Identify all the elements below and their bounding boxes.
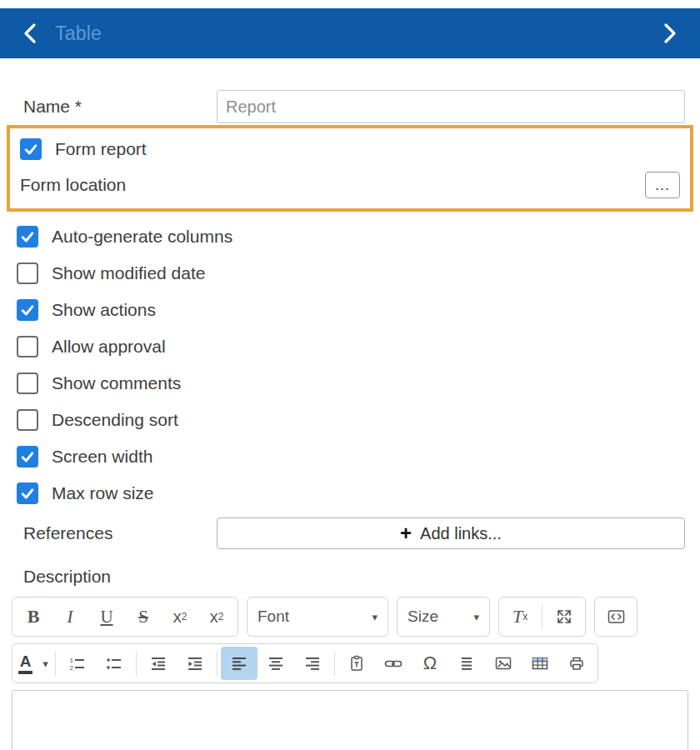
insert-table-button[interactable]	[522, 647, 558, 680]
chevron-right-icon	[662, 22, 678, 44]
forward-button[interactable]	[662, 22, 678, 44]
checkmark-icon	[19, 302, 36, 318]
chevron-down-icon: ▾	[372, 611, 378, 623]
name-input[interactable]	[217, 90, 685, 123]
align-left-icon	[231, 656, 248, 671]
references-row: References + Add links...	[23, 517, 685, 550]
source-code-button[interactable]	[598, 600, 634, 633]
increase-indent-button[interactable]	[177, 647, 213, 680]
print-icon	[568, 655, 585, 672]
checkbox-row-show-comments[interactable]: Show comments	[0, 365, 700, 402]
numbered-list-icon: 1 2	[69, 656, 86, 671]
bold-button[interactable]: B	[15, 600, 52, 633]
form-location-row: Form location ...	[20, 167, 680, 203]
form-location-label: Form location	[20, 175, 645, 195]
svg-text:2: 2	[70, 664, 74, 671]
checkbox-label: Max row size	[52, 483, 154, 503]
print-button[interactable]	[558, 647, 595, 680]
chevron-down-icon: ▾	[42, 658, 48, 670]
separator	[542, 604, 542, 629]
chevron-left-icon	[22, 22, 38, 44]
checkbox-row-screen-width[interactable]: Screen width	[0, 438, 700, 475]
checkbox[interactable]	[17, 372, 38, 394]
checkbox-label: Descending sort	[52, 410, 178, 430]
horizontal-rule-button[interactable]	[448, 647, 485, 680]
checkbox-label: Show comments	[52, 373, 181, 393]
remove-format-button[interactable]: Tx	[502, 600, 538, 633]
size-dropdown[interactable]: Size ▾	[397, 597, 490, 637]
checkbox-label: Allow approval	[52, 337, 166, 357]
checkbox-row-descending-sort[interactable]: Descending sort	[0, 402, 700, 438]
form-report-label: Form report	[55, 139, 147, 159]
checkbox-row-allow-approval[interactable]: Allow approval	[0, 328, 700, 365]
separator	[55, 651, 56, 676]
separator	[136, 651, 137, 676]
horizontal-rule-icon	[458, 656, 475, 671]
panel-title: Table	[55, 22, 102, 45]
paragraph-tools-group: A ▾ 1 2	[12, 643, 598, 683]
text-color-button[interactable]: A ▾	[15, 647, 52, 680]
checkbox[interactable]	[17, 446, 38, 468]
align-center-button[interactable]	[258, 647, 294, 680]
separator	[217, 651, 218, 676]
checkbox[interactable]	[17, 262, 38, 284]
color-swatch	[18, 671, 32, 674]
form-location-browse-button[interactable]: ...	[645, 172, 680, 198]
special-character-button[interactable]: Ω	[412, 647, 448, 680]
chevron-down-icon: ▾	[473, 611, 479, 623]
source-group	[594, 597, 638, 637]
source-code-icon	[608, 609, 625, 624]
link-button[interactable]	[375, 647, 412, 680]
toolbar-row-2: A ▾ 1 2	[12, 643, 688, 683]
checkbox-label: Screen width	[52, 447, 152, 467]
align-center-icon	[268, 656, 284, 671]
options-checkbox-list: Auto-generate columns Show modified date…	[0, 218, 700, 512]
image-icon	[495, 656, 512, 671]
checkbox-row-show-modified-date[interactable]: Show modified date	[0, 255, 700, 292]
align-right-button[interactable]	[294, 647, 331, 680]
checkbox[interactable]	[17, 299, 38, 321]
rich-text-editor: B I U S x2 x2 Font ▾ Size ▾ Tx	[12, 597, 688, 750]
clipboard-icon	[348, 655, 365, 672]
form-report-highlight-box: Form report Form location ...	[7, 125, 693, 212]
svg-text:1: 1	[70, 657, 74, 664]
name-label: Name *	[23, 97, 217, 117]
align-right-icon	[304, 656, 321, 671]
description-editor-body[interactable]	[12, 690, 688, 750]
strikethrough-button[interactable]: S	[125, 600, 162, 633]
align-left-button[interactable]	[221, 647, 258, 680]
subscript-button[interactable]: x2	[162, 600, 198, 633]
add-links-label: Add links...	[420, 524, 502, 543]
font-dropdown[interactable]: Font ▾	[247, 597, 388, 637]
superscript-button[interactable]: x2	[198, 600, 235, 633]
checkbox[interactable]	[17, 409, 38, 431]
format-tools-group: Tx	[498, 597, 586, 637]
link-icon	[384, 655, 402, 672]
form-report-checkbox[interactable]	[20, 138, 42, 160]
add-links-button[interactable]: + Add links...	[217, 518, 685, 549]
underline-button[interactable]: U	[88, 600, 125, 633]
decrease-indent-icon	[150, 656, 167, 671]
back-button[interactable]	[22, 22, 38, 44]
checkbox[interactable]	[17, 336, 38, 358]
bulleted-list-button[interactable]	[96, 647, 132, 680]
paste-button[interactable]	[338, 647, 375, 680]
description-label: Description	[23, 567, 700, 587]
checkbox-row-show-actions[interactable]: Show actions	[0, 292, 700, 328]
checkbox-label: Show modified date	[52, 263, 205, 283]
insert-image-button[interactable]	[485, 647, 522, 680]
checkmark-icon	[19, 448, 36, 465]
checkbox-row-auto-generate-columns[interactable]: Auto-generate columns	[0, 218, 700, 255]
form-report-row[interactable]: Form report	[20, 132, 680, 167]
checkbox[interactable]	[17, 226, 38, 248]
numbered-list-button[interactable]: 1 2	[59, 647, 96, 680]
text-style-group: B I U S x2 x2	[12, 597, 238, 637]
checkmark-icon	[19, 485, 36, 502]
maximize-button[interactable]	[546, 600, 582, 633]
italic-button[interactable]: I	[52, 600, 88, 633]
panel-header: Table	[0, 8, 700, 58]
checkbox[interactable]	[17, 482, 38, 504]
increase-indent-icon	[187, 656, 203, 671]
decrease-indent-button[interactable]	[140, 647, 177, 680]
checkbox-row-max-row-size[interactable]: Max row size	[0, 475, 700, 512]
